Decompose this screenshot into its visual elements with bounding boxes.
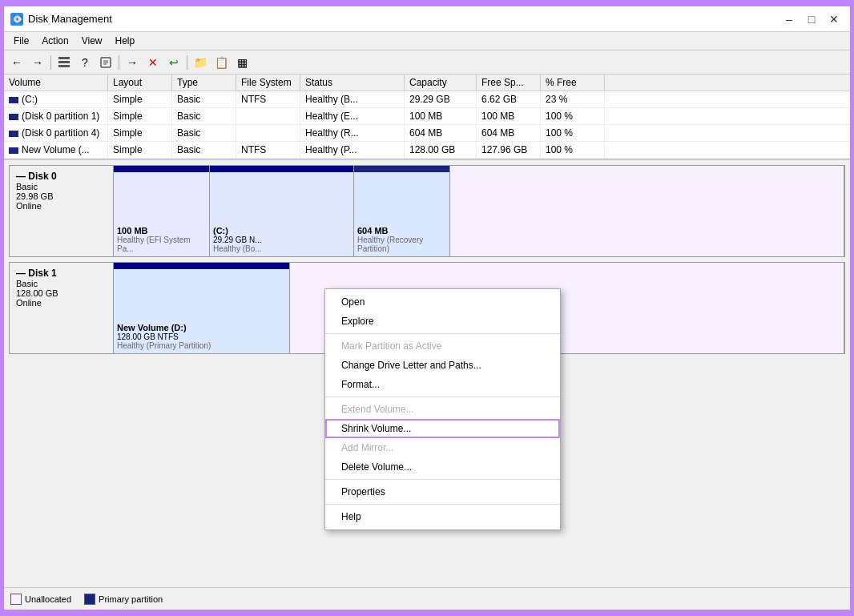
arrow-button[interactable]: → bbox=[123, 54, 142, 71]
title-bar: 💽 Disk Management – □ ✕ bbox=[4, 6, 850, 32]
vol-status-3: Healthy (P... bbox=[300, 142, 405, 158]
ctx-properties[interactable]: Properties bbox=[325, 482, 560, 501]
primary-label: Primary partition bbox=[99, 594, 163, 604]
disk-0-type: Basic bbox=[16, 182, 107, 191]
vol-free-3: 127.96 GB bbox=[477, 142, 541, 158]
status-bar: Unallocated Primary partition bbox=[4, 587, 850, 610]
forward-button[interactable]: → bbox=[28, 54, 47, 71]
vol-layout-1: Simple bbox=[108, 108, 172, 124]
properties-button[interactable] bbox=[96, 54, 115, 71]
unallocated-label: Unallocated bbox=[25, 594, 71, 604]
ctx-sep-4 bbox=[325, 504, 560, 505]
vol-free-0: 6.62 GB bbox=[477, 91, 541, 107]
list-view-button[interactable] bbox=[54, 54, 74, 71]
ctx-change-letter[interactable]: Change Drive Letter and Paths... bbox=[325, 356, 560, 375]
window-title: Disk Management bbox=[28, 13, 112, 25]
vol-name-3: New Volume (... bbox=[22, 144, 90, 155]
col-header-pctfree: % Free bbox=[541, 74, 605, 91]
vol-type-0: Basic bbox=[172, 91, 236, 107]
c-partition-label: (C:) bbox=[213, 226, 350, 236]
vol-type-2: Basic bbox=[172, 125, 236, 141]
disk-0-efi-partition[interactable]: 100 MB Healthy (EFI System Pa... bbox=[114, 166, 210, 256]
disk-1-status: Online bbox=[16, 298, 107, 308]
vol-layout-2: Simple bbox=[108, 125, 172, 141]
table-row[interactable]: New Volume (... Simple Basic NTFS Health… bbox=[4, 142, 850, 159]
clipboard-button[interactable]: 📋 bbox=[211, 54, 231, 71]
delete-button[interactable]: ✕ bbox=[143, 54, 163, 71]
col-header-capacity: Capacity bbox=[405, 74, 477, 91]
ctx-extend: Extend Volume... bbox=[325, 400, 560, 419]
disk-0-size: 29.98 GB bbox=[16, 191, 107, 201]
main-window: 💽 Disk Management – □ ✕ File Action View… bbox=[2, 5, 852, 611]
table-row[interactable]: (Disk 0 partition 1) Simple Basic Health… bbox=[4, 108, 850, 125]
ctx-help[interactable]: Help bbox=[325, 507, 560, 526]
menu-view[interactable]: View bbox=[75, 34, 109, 48]
table-header: Volume Layout Type File System Status Ca… bbox=[4, 74, 850, 91]
vol-layout-3: Simple bbox=[108, 142, 172, 158]
disk-1-type: Basic bbox=[16, 279, 107, 288]
vol-fs-1 bbox=[236, 108, 300, 124]
help-button[interactable]: ? bbox=[75, 54, 95, 71]
disk-0-status: Online bbox=[16, 201, 107, 211]
ctx-format[interactable]: Format... bbox=[325, 375, 560, 394]
primary-color-box bbox=[84, 594, 95, 605]
maximize-button[interactable]: □ bbox=[802, 11, 821, 27]
disk-1-name: — Disk 1 bbox=[16, 268, 107, 279]
vol-type-1: Basic bbox=[172, 108, 236, 124]
menu-action[interactable]: Action bbox=[35, 34, 75, 48]
ctx-explore[interactable]: Explore bbox=[325, 312, 560, 331]
grid-button[interactable]: ▦ bbox=[232, 54, 252, 71]
minimize-button[interactable]: – bbox=[779, 11, 799, 27]
vol-pct-3: 100 % bbox=[541, 142, 605, 158]
vol-type-3: Basic bbox=[172, 142, 236, 158]
vol-status-1: Healthy (E... bbox=[300, 108, 405, 124]
disk-0-c-partition[interactable]: (C:) 29.29 GB N... Healthy (Bo... bbox=[210, 166, 354, 256]
folder-button[interactable]: 📁 bbox=[191, 54, 210, 71]
col-header-status: Status bbox=[300, 74, 405, 91]
disk-1-label: — Disk 1 Basic 128.00 GB Online bbox=[10, 263, 114, 353]
ctx-sep-3 bbox=[325, 479, 560, 480]
disk-1-d-partition[interactable]: New Volume (D:) 128.00 GB NTFS Healthy (… bbox=[114, 263, 290, 353]
menu-file[interactable]: File bbox=[7, 34, 35, 48]
ctx-delete[interactable]: Delete Volume... bbox=[325, 457, 560, 477]
close-button[interactable]: ✕ bbox=[824, 11, 844, 27]
c-partition-size: 29.29 GB N... bbox=[213, 236, 350, 244]
vol-free-1: 100 MB bbox=[477, 108, 541, 124]
vol-name-2: (Disk 0 partition 4) bbox=[22, 127, 99, 139]
efi-partition-size: 100 MB bbox=[117, 226, 206, 236]
vol-fs-2 bbox=[236, 125, 300, 141]
recovery-partition-size: 604 MB bbox=[357, 226, 446, 236]
ctx-open[interactable]: Open bbox=[325, 292, 560, 312]
col-header-volume: Volume bbox=[4, 74, 108, 91]
unallocated-color-box bbox=[10, 594, 22, 605]
efi-partition-status: Healthy (EFI System Pa... bbox=[117, 236, 206, 253]
col-header-freesp: Free Sp... bbox=[477, 74, 541, 91]
menu-bar: File Action View Help bbox=[4, 32, 850, 50]
refresh-button[interactable]: ↩ bbox=[164, 54, 183, 71]
svg-rect-2 bbox=[58, 65, 70, 67]
disk-0-unalloc bbox=[450, 166, 844, 256]
vol-pct-2: 100 % bbox=[541, 125, 605, 141]
menu-help[interactable]: Help bbox=[109, 34, 142, 48]
table-row[interactable]: (Disk 0 partition 4) Simple Basic Health… bbox=[4, 125, 850, 142]
disk-0-partitions: 100 MB Healthy (EFI System Pa... (C:) 29… bbox=[114, 166, 844, 256]
d-partition-status: Healthy (Primary Partition) bbox=[117, 341, 286, 350]
legend-primary: Primary partition bbox=[84, 594, 163, 605]
svg-rect-0 bbox=[58, 57, 70, 59]
col-header-fs: File System bbox=[236, 74, 300, 91]
vol-capacity-2: 604 MB bbox=[405, 125, 477, 141]
ctx-sep-1 bbox=[325, 333, 560, 334]
vol-status-0: Healthy (B... bbox=[300, 91, 405, 107]
vol-name-1: (Disk 0 partition 1) bbox=[22, 111, 99, 122]
disk-0-name: — Disk 0 bbox=[16, 171, 107, 182]
disk-0-recovery-partition[interactable]: 604 MB Healthy (Recovery Partition) bbox=[354, 166, 450, 256]
back-button[interactable]: ← bbox=[7, 54, 26, 71]
ctx-mark-active: Mark Partition as Active bbox=[325, 336, 560, 356]
disk-0-row: — Disk 0 Basic 29.98 GB Online 100 MB He… bbox=[9, 165, 845, 257]
vol-pct-1: 100 % bbox=[541, 108, 605, 124]
volume-table: Volume Layout Type File System Status Ca… bbox=[4, 74, 850, 160]
vol-capacity-1: 100 MB bbox=[405, 108, 477, 124]
ctx-sep-2 bbox=[325, 397, 560, 397]
table-row[interactable]: (C:) Simple Basic NTFS Healthy (B... 29.… bbox=[4, 91, 850, 108]
ctx-shrink[interactable]: Shrink Volume... bbox=[325, 419, 560, 438]
